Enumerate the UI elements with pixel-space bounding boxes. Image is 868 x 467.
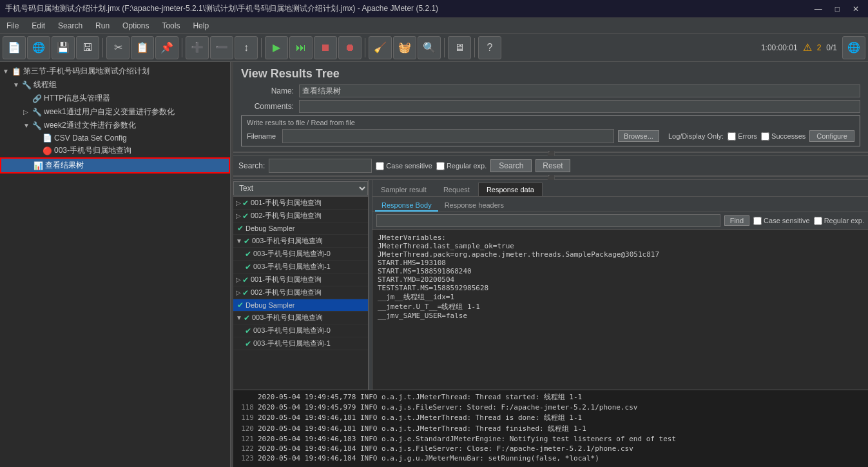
tree-item-query-003[interactable]: 🔴003-手机号归属地查询 bbox=[0, 144, 230, 157]
warning-count: 2 bbox=[817, 43, 822, 52]
find-regular-exp-label[interactable]: Regular exp. bbox=[814, 217, 864, 225]
result-arrow: ▼ bbox=[236, 314, 242, 321]
log-line: 1212020-05-04 19:49:46,183 INFO o.a.j.e.… bbox=[236, 434, 865, 444]
result-item[interactable]: ✔Debug Sampler bbox=[233, 299, 368, 312]
globe-button[interactable]: 🌐 bbox=[842, 36, 865, 59]
regular-exp-checkbox[interactable] bbox=[436, 162, 445, 170]
help-button[interactable]: ? bbox=[478, 36, 501, 59]
run-button[interactable]: ▶ bbox=[265, 36, 288, 59]
regular-exp-label[interactable]: Regular exp. bbox=[436, 162, 487, 170]
tree-label: 第三节-手机号码归属地测试介绍计划 bbox=[23, 66, 149, 77]
result-item[interactable]: ▷✔001-手机号归属地查询 bbox=[233, 197, 368, 210]
successes-checkbox-label[interactable]: Successes bbox=[761, 132, 805, 141]
case-sensitive-label[interactable]: Case sensitive bbox=[376, 162, 432, 170]
find-case-sensitive-checkbox[interactable] bbox=[753, 217, 762, 225]
toggle-button[interactable]: ↕ bbox=[235, 36, 258, 59]
search-input[interactable] bbox=[269, 159, 372, 173]
result-label: 001-手机号归属地查询 bbox=[251, 275, 322, 284]
configure-button[interactable]: Configure bbox=[809, 130, 854, 142]
result-item[interactable]: ✔003-手机号归属地查询-0 bbox=[233, 324, 368, 337]
errors-checkbox-label[interactable]: Errors bbox=[728, 132, 757, 141]
find-case-sensitive-label[interactable]: Case sensitive bbox=[753, 217, 810, 225]
name-input[interactable] bbox=[299, 84, 860, 97]
save-as-button[interactable]: 🖫 bbox=[76, 36, 99, 59]
tree-item-thread-group[interactable]: ▼🔧线程组 bbox=[0, 78, 230, 92]
tree-item-view-results[interactable]: 📊查看结果树 bbox=[0, 157, 230, 174]
find-input[interactable] bbox=[376, 214, 720, 227]
successes-checkbox[interactable] bbox=[761, 132, 769, 141]
menu-item-file[interactable]: File bbox=[0, 20, 25, 32]
tree-arrow: ▼ bbox=[13, 81, 22, 88]
result-label: 003-手机号归属地查询 bbox=[252, 236, 323, 246]
copy-button[interactable]: 📋 bbox=[131, 36, 154, 59]
result-item[interactable]: ▷✔001-手机号归属地查询 bbox=[233, 273, 368, 286]
result-arrow: ▷ bbox=[236, 289, 241, 296]
menu-item-run[interactable]: Run bbox=[89, 20, 116, 32]
comments-input[interactable] bbox=[299, 100, 860, 113]
sub-tabs-row: Response BodyResponse headers bbox=[372, 197, 868, 212]
save-button[interactable]: 💾 bbox=[52, 36, 75, 59]
menu-item-search[interactable]: Search bbox=[52, 20, 89, 32]
tree-item-week2[interactable]: ▼🔧week2通过文件进行参数化 bbox=[0, 119, 230, 132]
remote-start-button[interactable]: 🖥 bbox=[448, 36, 471, 59]
result-item[interactable]: ✔Debug Sampler bbox=[233, 223, 368, 235]
result-label: 003-手机号归属地查询 bbox=[252, 313, 323, 323]
paste-button[interactable]: 📌 bbox=[155, 36, 178, 59]
toolbar: 📄 🌐 💾 🖫 ✂ 📋 📌 ➕ ➖ ↕ ▶ ⏭ ⏹ ⏺ 🧹 🧺 🔍 🖥 ? 1:… bbox=[0, 34, 868, 62]
maximize-button[interactable]: □ bbox=[831, 5, 844, 14]
cut-button[interactable]: ✂ bbox=[106, 36, 130, 59]
clear-button[interactable]: 🧹 bbox=[369, 36, 392, 59]
log-line: 1222020-05-04 19:49:46,184 INFO o.a.j.s.… bbox=[236, 444, 865, 453]
case-sensitive-checkbox[interactable] bbox=[376, 162, 384, 170]
tree-item-csv-config[interactable]: 📄CSV Data Set Config bbox=[0, 132, 230, 144]
stop-button[interactable]: ⏹ bbox=[314, 36, 337, 59]
result-item[interactable]: ▷✔002-手机号归属地查询 bbox=[233, 210, 368, 223]
log-line-num: 122 bbox=[236, 444, 254, 453]
shutdown-button[interactable]: ⏺ bbox=[338, 36, 362, 59]
menu-item-edit[interactable]: Edit bbox=[25, 20, 52, 32]
minimize-button[interactable]: — bbox=[811, 5, 826, 14]
find-regular-exp-checkbox[interactable] bbox=[814, 217, 822, 225]
filename-input[interactable] bbox=[282, 129, 614, 143]
result-item[interactable]: ✔003-手机号归属地查询-1 bbox=[233, 337, 368, 350]
sub-tab-response-body[interactable]: Response Body bbox=[375, 200, 438, 212]
tab-request[interactable]: Request bbox=[435, 183, 478, 196]
result-item[interactable]: ▼✔003-手机号归属地查询 bbox=[233, 235, 368, 248]
reset-button[interactable]: Reset bbox=[535, 159, 570, 172]
search-label: Search: bbox=[238, 161, 265, 170]
result-item[interactable]: ✔003-手机号归属地查询-0 bbox=[233, 248, 368, 261]
result-item[interactable]: ▼✔003-手机号归属地查询 bbox=[233, 312, 368, 324]
result-list: ▷✔001-手机号归属地查询▷✔002-手机号归属地查询✔Debug Sampl… bbox=[233, 197, 368, 390]
result-item[interactable]: ▷✔002-手机号归属地查询 bbox=[233, 286, 368, 299]
clear-all-button[interactable]: 🧺 bbox=[393, 36, 416, 59]
start-no-pause-button[interactable]: ⏭ bbox=[289, 36, 313, 59]
collapse-button[interactable]: ➖ bbox=[210, 36, 233, 59]
vrt-title: View Results Tree bbox=[241, 67, 860, 81]
result-item[interactable]: ✔003-手机号归属地查询-1 bbox=[233, 261, 368, 273]
new-button[interactable]: 📄 bbox=[3, 36, 26, 59]
result-status-icon: ✔ bbox=[237, 224, 244, 233]
tree-item-root[interactable]: ▼📋第三节-手机号码归属地测试介绍计划 bbox=[0, 65, 230, 78]
search-toolbar-button[interactable]: 🔍 bbox=[418, 36, 441, 59]
errors-checkbox[interactable] bbox=[728, 132, 736, 141]
menu-item-options[interactable]: Options bbox=[116, 20, 155, 32]
search-button[interactable]: Search bbox=[490, 159, 532, 172]
browse-button[interactable]: Browse... bbox=[618, 130, 659, 142]
menu-item-help[interactable]: Help bbox=[186, 20, 215, 32]
separator-3 bbox=[261, 38, 262, 57]
text-dropdown[interactable]: TextRegexpJSONCSS/JQueryXPathXPath2 bbox=[233, 181, 368, 195]
tree-item-week1[interactable]: ▷🔧week1通过用户自定义变量进行参数化 bbox=[0, 105, 230, 119]
tab-response-data[interactable]: Response data bbox=[478, 183, 543, 196]
result-arrow: ▷ bbox=[236, 212, 241, 219]
sub-tab-response-headers[interactable]: Response headers bbox=[438, 200, 510, 212]
tab-sampler-result[interactable]: Sampler result bbox=[372, 183, 435, 196]
find-button[interactable]: Find bbox=[724, 215, 749, 226]
menu-item-tools[interactable]: Tools bbox=[155, 20, 186, 32]
tree-arrow: ▷ bbox=[23, 108, 32, 115]
close-button[interactable]: ✕ bbox=[849, 5, 863, 14]
tree-item-http-manager[interactable]: 🔗HTTP信息头管理器 bbox=[0, 92, 230, 105]
content-area: TextRegexpJSONCSS/JQueryXPathXPath2 ▷✔00… bbox=[233, 180, 868, 390]
expand-button[interactable]: ➕ bbox=[186, 36, 209, 59]
log-line: 1232020-05-04 19:49:46,184 INFO o.a.j.g.… bbox=[236, 453, 865, 463]
open-button[interactable]: 🌐 bbox=[27, 36, 50, 59]
